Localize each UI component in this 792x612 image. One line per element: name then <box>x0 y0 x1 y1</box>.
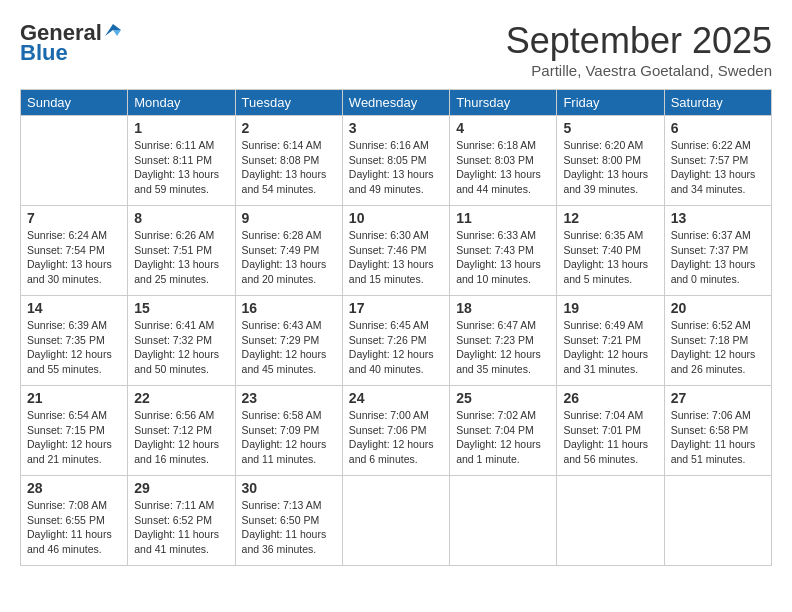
day-info: Sunrise: 6:56 AMSunset: 7:12 PMDaylight:… <box>134 408 228 467</box>
weekday-header-thursday: Thursday <box>450 90 557 116</box>
day-number: 22 <box>134 390 228 406</box>
calendar-cell: 8Sunrise: 6:26 AMSunset: 7:51 PMDaylight… <box>128 206 235 296</box>
day-info: Sunrise: 6:14 AMSunset: 8:08 PMDaylight:… <box>242 138 336 197</box>
day-number: 20 <box>671 300 765 316</box>
day-info: Sunrise: 6:24 AMSunset: 7:54 PMDaylight:… <box>27 228 121 287</box>
day-info: Sunrise: 6:45 AMSunset: 7:26 PMDaylight:… <box>349 318 443 377</box>
day-number: 25 <box>456 390 550 406</box>
calendar-cell: 29Sunrise: 7:11 AMSunset: 6:52 PMDayligh… <box>128 476 235 566</box>
weekday-header-monday: Monday <box>128 90 235 116</box>
day-number: 5 <box>563 120 657 136</box>
day-info: Sunrise: 6:52 AMSunset: 7:18 PMDaylight:… <box>671 318 765 377</box>
day-number: 15 <box>134 300 228 316</box>
calendar-cell: 11Sunrise: 6:33 AMSunset: 7:43 PMDayligh… <box>450 206 557 296</box>
day-number: 4 <box>456 120 550 136</box>
day-info: Sunrise: 6:43 AMSunset: 7:29 PMDaylight:… <box>242 318 336 377</box>
day-number: 16 <box>242 300 336 316</box>
day-number: 17 <box>349 300 443 316</box>
day-info: Sunrise: 6:41 AMSunset: 7:32 PMDaylight:… <box>134 318 228 377</box>
calendar-cell: 14Sunrise: 6:39 AMSunset: 7:35 PMDayligh… <box>21 296 128 386</box>
calendar-cell: 30Sunrise: 7:13 AMSunset: 6:50 PMDayligh… <box>235 476 342 566</box>
day-info: Sunrise: 7:00 AMSunset: 7:06 PMDaylight:… <box>349 408 443 467</box>
calendar-cell: 18Sunrise: 6:47 AMSunset: 7:23 PMDayligh… <box>450 296 557 386</box>
day-info: Sunrise: 6:39 AMSunset: 7:35 PMDaylight:… <box>27 318 121 377</box>
day-info: Sunrise: 7:06 AMSunset: 6:58 PMDaylight:… <box>671 408 765 467</box>
calendar-cell: 13Sunrise: 6:37 AMSunset: 7:37 PMDayligh… <box>664 206 771 296</box>
day-number: 2 <box>242 120 336 136</box>
location: Partille, Vaestra Goetaland, Sweden <box>506 62 772 79</box>
month-title: September 2025 <box>506 20 772 62</box>
calendar-cell <box>342 476 449 566</box>
day-number: 3 <box>349 120 443 136</box>
calendar-cell: 7Sunrise: 6:24 AMSunset: 7:54 PMDaylight… <box>21 206 128 296</box>
calendar-cell: 20Sunrise: 6:52 AMSunset: 7:18 PMDayligh… <box>664 296 771 386</box>
logo-bird-icon <box>103 22 121 40</box>
day-number: 10 <box>349 210 443 226</box>
calendar-cell <box>21 116 128 206</box>
day-number: 28 <box>27 480 121 496</box>
day-info: Sunrise: 6:47 AMSunset: 7:23 PMDaylight:… <box>456 318 550 377</box>
day-number: 13 <box>671 210 765 226</box>
day-info: Sunrise: 6:16 AMSunset: 8:05 PMDaylight:… <box>349 138 443 197</box>
calendar-cell: 3Sunrise: 6:16 AMSunset: 8:05 PMDaylight… <box>342 116 449 206</box>
calendar: SundayMondayTuesdayWednesdayThursdayFrid… <box>20 89 772 566</box>
day-number: 19 <box>563 300 657 316</box>
calendar-cell: 17Sunrise: 6:45 AMSunset: 7:26 PMDayligh… <box>342 296 449 386</box>
weekday-header-tuesday: Tuesday <box>235 90 342 116</box>
day-info: Sunrise: 6:28 AMSunset: 7:49 PMDaylight:… <box>242 228 336 287</box>
day-number: 8 <box>134 210 228 226</box>
day-info: Sunrise: 6:20 AMSunset: 8:00 PMDaylight:… <box>563 138 657 197</box>
day-info: Sunrise: 7:02 AMSunset: 7:04 PMDaylight:… <box>456 408 550 467</box>
calendar-cell: 1Sunrise: 6:11 AMSunset: 8:11 PMDaylight… <box>128 116 235 206</box>
day-number: 14 <box>27 300 121 316</box>
calendar-cell: 28Sunrise: 7:08 AMSunset: 6:55 PMDayligh… <box>21 476 128 566</box>
day-number: 24 <box>349 390 443 406</box>
day-info: Sunrise: 7:13 AMSunset: 6:50 PMDaylight:… <box>242 498 336 557</box>
svg-marker-1 <box>113 30 121 36</box>
day-number: 21 <box>27 390 121 406</box>
day-info: Sunrise: 6:18 AMSunset: 8:03 PMDaylight:… <box>456 138 550 197</box>
calendar-cell: 22Sunrise: 6:56 AMSunset: 7:12 PMDayligh… <box>128 386 235 476</box>
day-info: Sunrise: 6:33 AMSunset: 7:43 PMDaylight:… <box>456 228 550 287</box>
calendar-cell: 19Sunrise: 6:49 AMSunset: 7:21 PMDayligh… <box>557 296 664 386</box>
calendar-cell <box>664 476 771 566</box>
day-info: Sunrise: 7:08 AMSunset: 6:55 PMDaylight:… <box>27 498 121 557</box>
calendar-cell: 15Sunrise: 6:41 AMSunset: 7:32 PMDayligh… <box>128 296 235 386</box>
calendar-cell: 9Sunrise: 6:28 AMSunset: 7:49 PMDaylight… <box>235 206 342 296</box>
day-info: Sunrise: 6:22 AMSunset: 7:57 PMDaylight:… <box>671 138 765 197</box>
calendar-cell: 25Sunrise: 7:02 AMSunset: 7:04 PMDayligh… <box>450 386 557 476</box>
weekday-header-sunday: Sunday <box>21 90 128 116</box>
calendar-cell: 24Sunrise: 7:00 AMSunset: 7:06 PMDayligh… <box>342 386 449 476</box>
day-number: 18 <box>456 300 550 316</box>
day-info: Sunrise: 6:49 AMSunset: 7:21 PMDaylight:… <box>563 318 657 377</box>
day-number: 26 <box>563 390 657 406</box>
day-number: 6 <box>671 120 765 136</box>
logo: General Blue <box>20 20 121 66</box>
day-number: 1 <box>134 120 228 136</box>
calendar-cell: 4Sunrise: 6:18 AMSunset: 8:03 PMDaylight… <box>450 116 557 206</box>
calendar-cell <box>450 476 557 566</box>
title-section: September 2025 Partille, Vaestra Goetala… <box>506 20 772 79</box>
calendar-cell: 21Sunrise: 6:54 AMSunset: 7:15 PMDayligh… <box>21 386 128 476</box>
day-info: Sunrise: 6:58 AMSunset: 7:09 PMDaylight:… <box>242 408 336 467</box>
day-number: 23 <box>242 390 336 406</box>
logo-blue: Blue <box>20 40 68 66</box>
calendar-cell: 5Sunrise: 6:20 AMSunset: 8:00 PMDaylight… <box>557 116 664 206</box>
day-info: Sunrise: 7:11 AMSunset: 6:52 PMDaylight:… <box>134 498 228 557</box>
day-number: 29 <box>134 480 228 496</box>
day-info: Sunrise: 6:35 AMSunset: 7:40 PMDaylight:… <box>563 228 657 287</box>
calendar-cell: 6Sunrise: 6:22 AMSunset: 7:57 PMDaylight… <box>664 116 771 206</box>
weekday-header-saturday: Saturday <box>664 90 771 116</box>
calendar-cell: 16Sunrise: 6:43 AMSunset: 7:29 PMDayligh… <box>235 296 342 386</box>
calendar-cell: 2Sunrise: 6:14 AMSunset: 8:08 PMDaylight… <box>235 116 342 206</box>
day-number: 12 <box>563 210 657 226</box>
calendar-cell: 23Sunrise: 6:58 AMSunset: 7:09 PMDayligh… <box>235 386 342 476</box>
calendar-cell: 12Sunrise: 6:35 AMSunset: 7:40 PMDayligh… <box>557 206 664 296</box>
day-number: 30 <box>242 480 336 496</box>
day-info: Sunrise: 6:37 AMSunset: 7:37 PMDaylight:… <box>671 228 765 287</box>
day-number: 7 <box>27 210 121 226</box>
day-info: Sunrise: 6:11 AMSunset: 8:11 PMDaylight:… <box>134 138 228 197</box>
calendar-cell: 10Sunrise: 6:30 AMSunset: 7:46 PMDayligh… <box>342 206 449 296</box>
day-number: 9 <box>242 210 336 226</box>
day-number: 27 <box>671 390 765 406</box>
